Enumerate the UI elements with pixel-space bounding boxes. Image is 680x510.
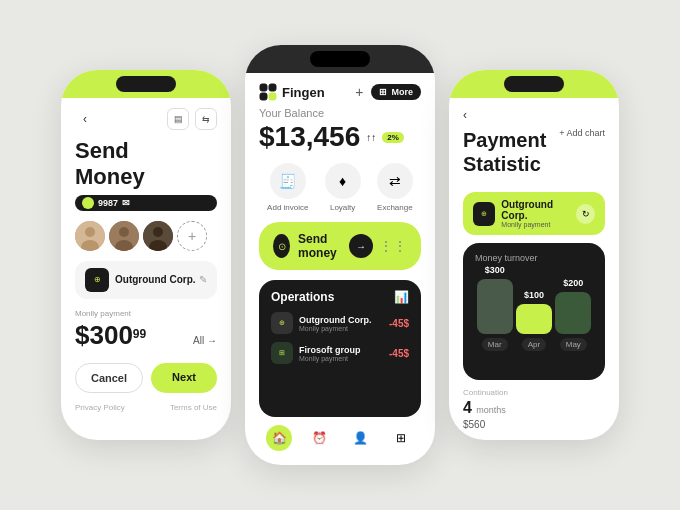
nav-profile[interactable]: 👤: [347, 425, 373, 451]
send-money-btn-content: ⊙ Send money: [273, 232, 349, 260]
money-turnover-card: Money turnover $300 Mar $100 Apr $200: [463, 243, 605, 380]
balance-trend-icon: ↑↑: [366, 132, 376, 143]
loyalty-label: Loyalty: [330, 203, 355, 212]
op-name-2: Firosoft group: [299, 345, 361, 355]
chart-area: $300 Mar $100 Apr $200 May: [475, 271, 593, 351]
action-loyalty[interactable]: ♦ Loyalty: [325, 163, 361, 212]
stat-recipient-info: ⊕ Outground Corp. Monlly payment: [473, 199, 576, 228]
more-button[interactable]: ⊞ More: [371, 84, 421, 100]
stat-sub: Monlly payment: [501, 221, 576, 228]
app-logo: Fingen: [259, 83, 325, 101]
balance-label: Your Balance: [259, 107, 421, 119]
terms-link[interactable]: Terms of Use: [170, 403, 217, 412]
continuation-section: Continuation 4 months $560: [463, 388, 605, 430]
op-details-2: Firosoft group Monlly payment: [299, 345, 361, 362]
continuation-value-row: 4 months: [463, 399, 605, 417]
back-button-left[interactable]: ‹: [75, 109, 95, 129]
chart-month-mar: Mar: [482, 338, 508, 351]
send-money-circle-icon: ⊙: [273, 234, 290, 258]
action-add-invoice[interactable]: 🧾 Add invoice: [267, 163, 308, 212]
account-badge: 9987 ✉: [75, 195, 217, 211]
payment-stat-header: Payment Statistic + Add chart: [463, 128, 605, 184]
chart-label-mar: $300: [485, 265, 505, 275]
avatars-row: +: [75, 221, 217, 251]
right-phone-content: ‹ Payment Statistic + Add chart ⊕ Outgro…: [449, 98, 619, 440]
svg-rect-11: [260, 93, 267, 100]
recipient-row: ⊕ Outground Corp. ✎: [75, 261, 217, 299]
add-chart-button[interactable]: + Add chart: [559, 128, 605, 138]
chart-bar-apr: [516, 304, 552, 334]
svg-rect-9: [260, 84, 267, 91]
avatar-1[interactable]: [75, 221, 105, 251]
right-phone: ‹ Payment Statistic + Add chart ⊕ Outgro…: [449, 70, 619, 440]
op-details-1: Outground Corp. Monlly payment: [299, 315, 371, 332]
chart-col-apr: $100 Apr: [516, 290, 552, 351]
left-phone-top-bar: [61, 70, 231, 98]
send-arrow-icon: →: [349, 234, 373, 258]
chart-bar-mar: [477, 279, 513, 334]
edit-icon[interactable]: ✎: [199, 274, 207, 285]
send-money-right: → ⋮⋮: [349, 234, 407, 258]
nav-clock[interactable]: ⏰: [307, 425, 333, 451]
account-badge-dot: [82, 197, 94, 209]
avatar-2[interactable]: [109, 221, 139, 251]
all-link[interactable]: All →: [193, 335, 217, 346]
op-logo-2: ⊞: [271, 342, 293, 364]
right-phone-top-bar: [449, 70, 619, 98]
send-money-button[interactable]: ⊙ Send money → ⋮⋮: [259, 222, 421, 270]
dynamic-island-right: [504, 76, 564, 92]
left-header: ‹ ▤ ⇆: [75, 108, 217, 130]
chart-label-may: $200: [563, 278, 583, 288]
chart-bar-may: [555, 292, 591, 334]
action-icons-row: 🧾 Add invoice ♦ Loyalty ⇄ Exchange: [259, 163, 421, 212]
action-exchange[interactable]: ⇄ Exchange: [377, 163, 413, 212]
operation-item-1[interactable]: ⊕ Outground Corp. Monlly payment -45$: [271, 312, 409, 334]
operations-card: Operations 📊 ⊕ Outground Corp. Monlly pa…: [259, 280, 421, 417]
continuation-unit: months: [476, 405, 506, 415]
privacy-link[interactable]: Privacy Policy: [75, 403, 125, 412]
svg-point-4: [119, 227, 129, 237]
send-money-title: Send Money: [75, 138, 217, 191]
chart-label-apr: $100: [524, 290, 544, 300]
op-amount-1: -45$: [389, 318, 409, 329]
svg-rect-10: [269, 84, 276, 91]
plus-button[interactable]: +: [355, 84, 363, 100]
add-invoice-label: Add invoice: [267, 203, 308, 212]
svg-point-7: [153, 227, 163, 237]
op-name-1: Outground Corp.: [299, 315, 371, 325]
op-info-1: ⊕ Outground Corp. Monlly payment: [271, 312, 371, 334]
nav-grid[interactable]: ⊞: [388, 425, 414, 451]
op-amount-2: -45$: [389, 348, 409, 359]
op-info-2: ⊞ Firosoft group Monlly payment: [271, 342, 361, 364]
operations-title: Operations: [271, 290, 334, 304]
refresh-icon[interactable]: ↻: [576, 204, 595, 224]
chart-col-mar: $300 Mar: [477, 265, 513, 351]
avatar-3[interactable]: [143, 221, 173, 251]
chart-col-may: $200 May: [555, 278, 591, 351]
continuation-amount: $560: [463, 419, 605, 430]
svg-point-1: [85, 227, 95, 237]
next-button[interactable]: Next: [151, 363, 217, 393]
center-header: Fingen + ⊞ More: [259, 83, 421, 101]
recipient-name: Outground Corp.: [115, 274, 196, 285]
card-icon[interactable]: ▤: [167, 108, 189, 130]
center-phone: Fingen + ⊞ More Your Balance $13,456 ↑↑ …: [245, 45, 435, 465]
recipient-logo: ⊕: [85, 268, 109, 292]
transfer-icon[interactable]: ⇆: [195, 108, 217, 130]
chart-month-apr: Apr: [522, 338, 546, 351]
exchange-icon: ⇄: [377, 163, 413, 199]
more-options-icon[interactable]: ⋮⋮: [379, 238, 407, 254]
operations-stats-icon[interactable]: 📊: [394, 290, 409, 304]
center-header-actions: + ⊞ More: [355, 84, 421, 100]
action-buttons: Cancel Next: [75, 363, 217, 393]
footer-links: Privacy Policy Terms of Use: [75, 403, 217, 412]
right-header: ‹: [463, 108, 605, 122]
cancel-button[interactable]: Cancel: [75, 363, 143, 393]
operation-item-2[interactable]: ⊞ Firosoft group Monlly payment -45$: [271, 342, 409, 364]
monthly-label: Monlly payment: [75, 309, 217, 318]
stat-recipient-row: ⊕ Outground Corp. Monlly payment ↻: [463, 192, 605, 235]
continuation-value: 4: [463, 399, 472, 416]
add-avatar-button[interactable]: +: [177, 221, 207, 251]
nav-home[interactable]: 🏠: [266, 425, 292, 451]
back-button-right[interactable]: ‹: [463, 108, 467, 122]
